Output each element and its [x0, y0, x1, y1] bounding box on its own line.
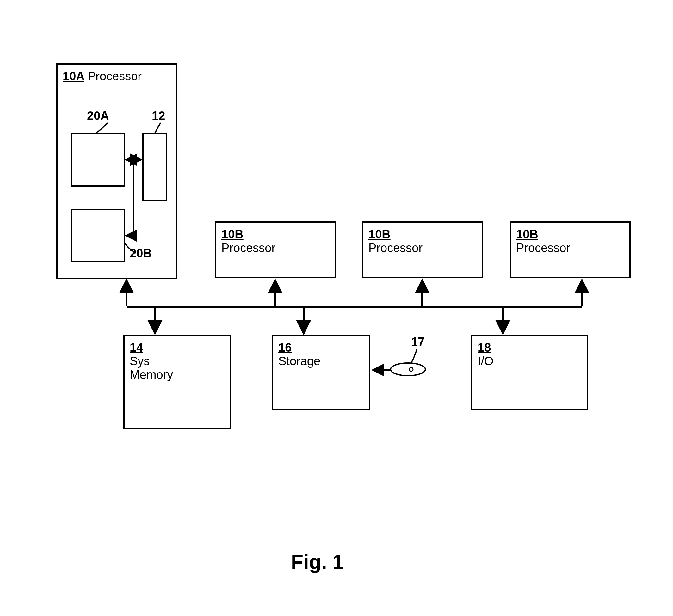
subbox-12: [142, 133, 167, 201]
callout-20B-label: 20B: [130, 247, 152, 260]
subbox-20A: [71, 133, 125, 187]
processor-10A-label: 10A Processor: [63, 69, 142, 83]
callout-20A-label: 20A: [87, 109, 109, 123]
diagram-canvas: 10A Processor 20A 12 20B 10BProcessor 10…: [0, 0, 673, 616]
subbox-20B: [71, 209, 125, 262]
sys-memory-label: 14 Sys Memory: [130, 341, 173, 382]
figure-title: Fig. 1: [291, 550, 344, 574]
svg-point-12: [409, 368, 413, 371]
io-label: 18 I/O: [478, 341, 494, 368]
callout-17-label: 17: [411, 335, 424, 349]
svg-point-11: [391, 363, 425, 376]
processor-10B-2-label: 10BProcessor: [369, 228, 423, 255]
callout-12-label: 12: [152, 109, 165, 123]
processor-10B-1-label: 10BProcessor: [221, 228, 275, 255]
processor-10B-3-label: 10BProcessor: [516, 228, 570, 255]
storage-label: 16 Storage: [278, 341, 320, 368]
